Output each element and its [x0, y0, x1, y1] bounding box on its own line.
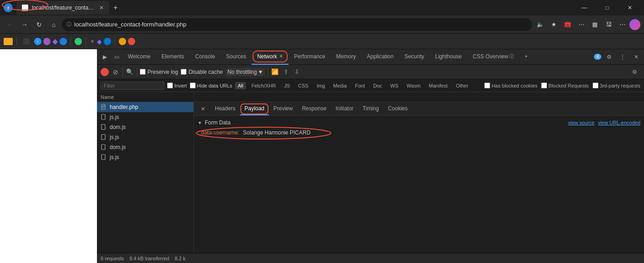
home-button[interactable]: ⌂: [47, 18, 60, 31]
tab-add-button[interactable]: +: [519, 49, 533, 65]
devtools-customize-button[interactable]: ⋮: [617, 51, 629, 63]
bookmark-green-icon: [75, 38, 82, 45]
filter-type-ws[interactable]: WS: [388, 82, 401, 89]
refresh-button[interactable]: ↻: [33, 18, 46, 31]
device-toolbar-button[interactable]: ▭: [111, 51, 122, 63]
address-bar[interactable]: ⓘ localhost/feature_contact-form/handler…: [62, 18, 532, 31]
filter-type-js[interactable]: JS: [281, 82, 293, 89]
address-text: localhost/feature_contact-form/handler.p…: [74, 21, 527, 28]
form-data-title: Form Data: [205, 119, 231, 126]
filter-type-img[interactable]: Img: [314, 82, 328, 89]
tab-security[interactable]: Security: [399, 49, 430, 65]
tab-performance[interactable]: Performance: [289, 49, 331, 65]
download-icon[interactable]: ⇩: [293, 68, 301, 76]
filter-type-media[interactable]: Media: [330, 82, 350, 89]
tab-memory[interactable]: Memory: [331, 49, 361, 65]
throttle-select[interactable]: No throttling ▼: [226, 68, 265, 76]
minimize-button[interactable]: —: [574, 0, 595, 15]
view-url-encoded-link[interactable]: view URL-encoded: [598, 120, 640, 125]
detail-tab-payload[interactable]: Payload: [240, 103, 269, 115]
nav-right-buttons: 🔈 ★ 🧰 ⋯ ▦ 🖫 ⋯: [534, 18, 640, 31]
status-bar: 6 requests 8.4 kB transferred 8.2 k: [97, 253, 644, 263]
tab-welcome[interactable]: Welcome: [122, 49, 156, 65]
bookmark-github-icon[interactable]: ⚬: [90, 38, 95, 45]
blocked-requests-checkbox[interactable]: Blocked Requests: [541, 83, 589, 88]
filter-type-css[interactable]: CSS: [295, 82, 311, 89]
filter-type-manifest[interactable]: Manifest: [426, 82, 451, 89]
filter-type-other[interactable]: Other: [453, 82, 472, 89]
filter-type-all[interactable]: All: [235, 82, 246, 89]
tab-elements[interactable]: Elements: [156, 49, 190, 65]
view-source-link[interactable]: view source: [568, 120, 594, 125]
tab-network[interactable]: Network ✕: [252, 49, 289, 65]
tab-network-close[interactable]: ✕: [279, 53, 283, 59]
file-name-jsjs3: js.js: [110, 154, 119, 160]
profile-avatar[interactable]: [629, 19, 640, 30]
detail-tab-initiator[interactable]: Initiator: [331, 103, 358, 115]
filter-type-wasm[interactable]: Wasm: [404, 82, 423, 89]
detail-tab-timing[interactable]: Timing: [358, 103, 384, 115]
filter-type-font[interactable]: Font: [352, 82, 368, 89]
record-button[interactable]: [101, 68, 109, 76]
file-item-handler[interactable]: handler.php: [97, 102, 193, 112]
tab-bar: localhost/feature_contact-form/h ✕ +: [16, 0, 570, 15]
maximize-button[interactable]: □: [597, 0, 618, 15]
bookmark-blue-icon: [60, 38, 67, 45]
forward-button[interactable]: →: [18, 18, 31, 31]
tab-application[interactable]: Application: [361, 49, 399, 65]
tab-lighthouse[interactable]: Lighthouse: [430, 49, 467, 65]
new-tab-button[interactable]: +: [109, 1, 122, 14]
filter-type-doc[interactable]: Doc: [370, 82, 385, 89]
detail-panel-close[interactable]: ✕: [198, 103, 208, 115]
hide-data-urls-checkbox[interactable]: Hide data URLs: [190, 83, 233, 88]
inspect-icon-button[interactable]: ▶: [99, 51, 111, 63]
invert-checkbox[interactable]: Invert: [167, 83, 187, 88]
bookmark-vscode-icon[interactable]: ◆: [52, 37, 58, 46]
network-settings-button[interactable]: ⚙: [629, 66, 640, 78]
upload-icon[interactable]: ⇧: [282, 68, 290, 76]
detail-tab-response[interactable]: Response: [297, 103, 331, 115]
clear-button[interactable]: ⊘: [112, 68, 120, 76]
detail-tab-headers[interactable]: Headers: [210, 103, 240, 115]
bookmark-separator: [16, 37, 17, 46]
third-party-checkbox[interactable]: 3rd-party requests: [593, 83, 640, 88]
detail-tab-cookies[interactable]: Cookies: [383, 103, 412, 115]
wifi-icon[interactable]: 📶: [271, 68, 279, 76]
file-icon-jsjs1: [101, 114, 107, 120]
split-screen-button[interactable]: ▦: [588, 18, 601, 31]
tab-css-overview[interactable]: CSS Overview ⓘ: [467, 49, 519, 65]
tab-close-button[interactable]: ✕: [99, 5, 104, 11]
read-aloud-button[interactable]: 🔈: [534, 18, 547, 31]
tab-favicon: [22, 5, 28, 11]
file-item-jsjs1[interactable]: js.js: [97, 112, 193, 122]
file-item-domjs2[interactable]: dom.js: [97, 142, 193, 152]
devtools-close-button[interactable]: ✕: [630, 51, 642, 63]
bookmark-vs-icon[interactable]: ◆: [97, 38, 102, 45]
favorites-button[interactable]: ★: [548, 18, 560, 31]
browser-tab[interactable]: localhost/feature_contact-form/h ✕: [16, 1, 109, 15]
menu-button[interactable]: ⋯: [616, 18, 629, 31]
file-item-domjs1[interactable]: dom.js: [97, 122, 193, 132]
close-button[interactable]: ✕: [619, 0, 640, 15]
bookmark-item[interactable]: [20, 37, 32, 46]
has-blocked-cookies-checkbox[interactable]: Has blocked cookies: [484, 83, 538, 88]
devtools-tab-icons: 4 ⚙ ⋮ ✕: [594, 51, 642, 63]
filter-bar: Invert Hide data URLs All Fetch/XHR JS C…: [97, 79, 644, 92]
file-name-domjs1: dom.js: [110, 124, 126, 130]
browser-settings-button[interactable]: ⋯: [575, 18, 588, 31]
filter-input[interactable]: [101, 82, 164, 90]
tab-console[interactable]: Console: [190, 49, 221, 65]
collections-button[interactable]: 🖫: [602, 18, 615, 31]
tab-sources[interactable]: Sources: [221, 49, 252, 65]
file-item-jsjs3[interactable]: js.js: [97, 152, 193, 162]
extensions-button[interactable]: 🧰: [561, 18, 574, 31]
search-button[interactable]: 🔍: [126, 68, 134, 76]
back-button[interactable]: ←: [4, 18, 16, 31]
preserve-log-checkbox[interactable]: Preserve log: [140, 69, 178, 75]
file-item-jsjs2[interactable]: js.js: [97, 132, 193, 142]
devtools-settings-button[interactable]: ⚙: [603, 51, 615, 63]
devtools-badge: 4: [594, 54, 601, 60]
disable-cache-checkbox[interactable]: Disable cache: [181, 69, 223, 75]
detail-tab-preview[interactable]: Preview: [269, 103, 298, 115]
filter-type-fetch[interactable]: Fetch/XHR: [248, 82, 279, 89]
